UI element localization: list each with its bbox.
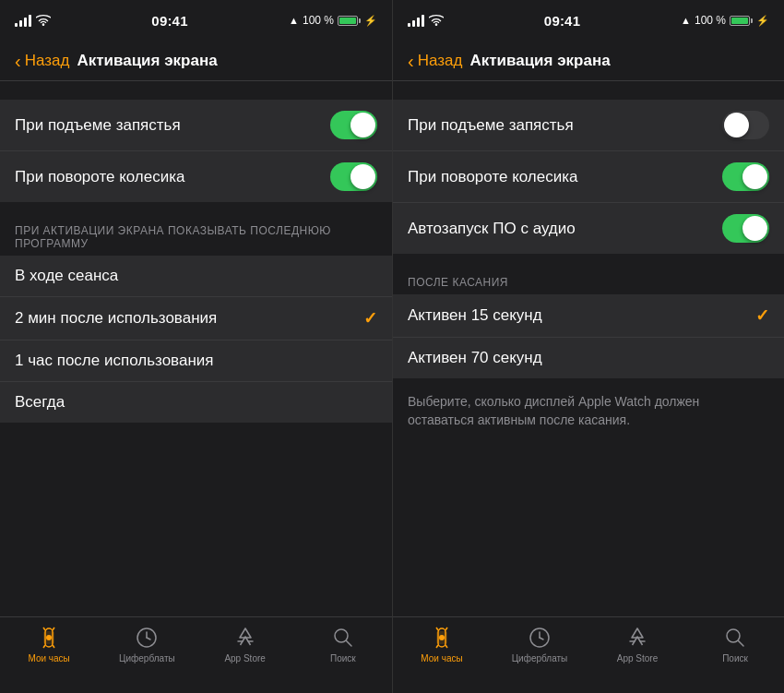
battery-percent-right: 100 % [695, 14, 726, 27]
toggle-cell-0-left: При подъеме запястья [0, 100, 392, 151]
tab-my-watch-right[interactable]: Мои часы [393, 625, 491, 663]
location-icon: ▲ [289, 15, 299, 26]
tab-my-watch-left[interactable]: Мои часы [0, 625, 98, 663]
wifi-icon-right [429, 15, 444, 26]
content-left: При подъеме запястья При повороте колеси… [0, 81, 392, 616]
svg-point-6 [46, 635, 52, 640]
appstore-icon-right [624, 625, 650, 651]
tab-appstore-right[interactable]: App Store [588, 625, 686, 663]
tab-search-right[interactable]: Поиск [686, 625, 784, 663]
tab-label-appstore-right: App Store [617, 653, 658, 663]
svg-point-18 [439, 635, 445, 640]
list-group-left: В ходе сеанса 2 мин после использования … [0, 256, 392, 423]
list-item-3-left[interactable]: Всегда [0, 382, 392, 423]
toggle-1-right[interactable] [722, 162, 769, 191]
back-chevron-left: ‹ [15, 52, 21, 70]
list-item-1-right[interactable]: Активен 70 секунд [393, 338, 784, 378]
svg-line-2 [43, 627, 45, 630]
tab-search-left[interactable]: Поиск [294, 625, 392, 663]
toggle-cell-0-right: При подъеме запястья [393, 100, 784, 151]
appstore-icon-left [232, 625, 258, 651]
list-item-1-left[interactable]: 2 мин после использования ✓ [0, 297, 392, 341]
list-label-0-right: Активен 15 секунд [408, 306, 542, 325]
svg-point-10 [335, 629, 348, 642]
content-right: При подъеме запястья При повороте колеси… [393, 81, 784, 616]
phone-left: 09:41 ▲ 100 % ⚡ ‹ Назад Активация экрана… [0, 0, 392, 693]
svg-line-3 [53, 627, 54, 630]
status-right-right: ▲ 100 % ⚡ [681, 14, 769, 27]
tab-watchfaces-right[interactable]: Циферблаты [491, 625, 588, 663]
svg-line-15 [445, 627, 447, 630]
tab-appstore-left[interactable]: App Store [196, 625, 294, 663]
helper-text-right: Выберите, сколько дисплей Apple Watch до… [393, 386, 784, 436]
list-item-0-right[interactable]: Активен 15 секунд ✓ [393, 294, 784, 338]
nav-title-right: Активация экрана [469, 52, 610, 70]
tab-bar-right: Мои часы Циферблаты [393, 616, 784, 693]
nav-bar-left: ‹ Назад Активация экрана [0, 41, 392, 81]
list-label-3-left: Всегда [15, 393, 65, 412]
back-label-left: Назад [25, 52, 70, 70]
svg-line-5 [53, 645, 54, 648]
watch-icon-left [36, 625, 62, 651]
charging-icon: ⚡ [364, 15, 377, 27]
back-button-left[interactable]: ‹ Назад [15, 52, 69, 70]
battery-icon-right [730, 16, 753, 26]
signal-icon-right [408, 15, 424, 27]
tab-label-search-left: Поиск [330, 653, 356, 663]
list-item-0-left[interactable]: В ходе сеанса [0, 256, 392, 297]
time-left: 09:41 [151, 13, 187, 29]
charging-icon-right: ⚡ [756, 15, 769, 27]
toggle-2-right[interactable] [722, 214, 769, 243]
back-label-right: Назад [418, 52, 463, 70]
top-spacer-right [393, 81, 784, 100]
svg-line-4 [43, 645, 45, 648]
top-spacer-left [0, 81, 392, 100]
list-label-1-right: Активен 70 секунд [408, 349, 542, 367]
status-left [15, 15, 51, 27]
time-right: 09:41 [544, 13, 580, 29]
toggle-0-left[interactable] [330, 111, 377, 139]
checkmark-1-left: ✓ [363, 308, 377, 329]
list-item-2-left[interactable]: 1 час после использования [0, 341, 392, 382]
toggle-knob-1-left [350, 164, 375, 189]
toggle-label-1-left: При повороте колесика [15, 168, 185, 186]
section-header-right: ПОСЛЕ КАСАНИЯ [393, 261, 784, 294]
toggle-0-right[interactable] [722, 111, 769, 139]
location-icon-right: ▲ [681, 15, 691, 26]
list-label-0-left: В ходе сеанса [15, 267, 118, 285]
search-icon-left [330, 625, 356, 651]
status-bar-left: 09:41 ▲ 100 % ⚡ [0, 0, 392, 41]
toggle-knob-0-left [350, 113, 375, 137]
clock-icon-right [527, 625, 552, 651]
list-label-1-left: 2 мин после использования [15, 309, 217, 328]
tab-watchfaces-left[interactable]: Циферблаты [98, 625, 196, 663]
status-right-left: ▲ 100 % ⚡ [289, 14, 377, 27]
clock-icon-left [134, 625, 160, 651]
wifi-icon [36, 15, 51, 26]
search-icon-right [722, 625, 748, 651]
back-chevron-right: ‹ [408, 52, 414, 70]
toggle-group-right: При подъеме запястья При повороте колеси… [393, 100, 784, 254]
toggle-1-left[interactable] [330, 162, 377, 191]
svg-line-16 [436, 645, 438, 648]
svg-line-23 [739, 641, 744, 647]
svg-point-22 [727, 629, 740, 642]
tab-label-watch-left: Мои часы [28, 653, 69, 663]
nav-title-left: Активация экрана [77, 52, 217, 70]
tab-label-watchfaces-left: Циферблаты [119, 653, 175, 663]
status-bar-right: 09:41 ▲ 100 % ⚡ [393, 0, 784, 41]
checkmark-0-right: ✓ [755, 305, 769, 326]
toggle-knob-1-right [742, 164, 767, 189]
battery-percent-left: 100 % [303, 14, 334, 27]
watch-icon-right [429, 625, 455, 651]
back-button-right[interactable]: ‹ Назад [408, 52, 462, 70]
signal-icon [15, 15, 31, 27]
toggle-label-0-left: При подъеме запястья [15, 116, 181, 135]
phone-right: 09:41 ▲ 100 % ⚡ ‹ Назад Активация экрана… [392, 0, 784, 693]
svg-line-21 [540, 638, 543, 639]
toggle-knob-0-right [724, 113, 749, 137]
section-header-left: ПРИ АКТИВАЦИИ ЭКРАНА ПОКАЗЫВАТЬ ПОСЛЕДНЮ… [0, 209, 392, 256]
tab-label-appstore-left: App Store [224, 653, 265, 663]
svg-line-17 [445, 645, 447, 648]
toggle-label-0-right: При подъеме запястья [408, 116, 574, 135]
